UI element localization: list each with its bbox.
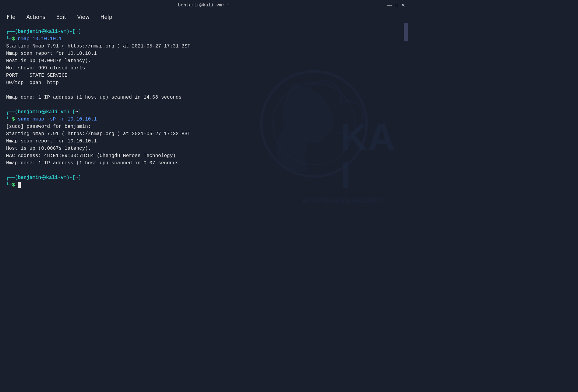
scrollbar[interactable] bbox=[404, 23, 408, 392]
output-12: MAC Address: 48:E1:E9:33:78:84 (Chengdu … bbox=[6, 152, 402, 159]
command-line-1: └─$ nmap 10.10.10.1 bbox=[6, 35, 402, 43]
scrollbar-thumb[interactable] bbox=[404, 23, 408, 41]
output-4: Not shown: 999 closed ports bbox=[6, 65, 402, 72]
blank-1 bbox=[6, 86, 402, 94]
output-13: Nmap done: 1 IP address (1 host up) scan… bbox=[6, 159, 402, 167]
menu-help[interactable]: Help bbox=[99, 13, 114, 21]
menu-view[interactable]: View bbox=[75, 13, 91, 21]
close-button[interactable]: ✕ bbox=[401, 3, 405, 8]
menu-file[interactable]: File bbox=[5, 13, 17, 21]
minimize-button[interactable]: — bbox=[387, 3, 392, 8]
window-controls: — □ ✕ bbox=[387, 3, 405, 8]
menu-bar: File Actions Edit View Help bbox=[0, 11, 408, 23]
prompt-line-3: ┌──(benjamin㉿kali-vm)-[~] bbox=[6, 174, 402, 181]
output-9: Starting Nmap 7.91 ( https://nmap.org ) … bbox=[6, 130, 402, 138]
terminal-content[interactable]: KAL I BY OFFENSIVE SECURITY ┌──(benjamin… bbox=[0, 23, 408, 392]
title-bar: benjamin@kali-vm: ~ — □ ✕ bbox=[0, 0, 408, 11]
command-line-2: └─$ sudo nmap -sP -n 10.10.10.1 bbox=[6, 116, 402, 123]
active-prompt[interactable]: └─$ bbox=[6, 181, 402, 189]
prompt-line-2: ┌──(benjamin㉿kali-vm)-[~] bbox=[6, 108, 402, 116]
output-1: Starting Nmap 7.91 ( https://nmap.org ) … bbox=[6, 43, 402, 50]
output-5: PORT STATE SERVICE bbox=[6, 72, 402, 79]
svg-text:BY OFFENSIVE SECURITY: BY OFFENSIVE SECURITY bbox=[302, 197, 384, 204]
blank-3 bbox=[6, 167, 402, 174]
menu-actions[interactable]: Actions bbox=[24, 13, 47, 21]
menu-edit[interactable]: Edit bbox=[55, 13, 68, 21]
maximize-button[interactable]: □ bbox=[395, 3, 398, 8]
output-8: [sudo] password for benjamin: bbox=[6, 123, 402, 130]
window-title: benjamin@kali-vm: ~ bbox=[178, 3, 230, 8]
terminal-window: benjamin@kali-vm: ~ — □ ✕ File Actions E… bbox=[0, 0, 408, 392]
output-11: Host is up (0.0067s latency). bbox=[6, 145, 402, 152]
prompt-line-1: ┌──(benjamin㉿kali-vm)-[~] bbox=[6, 28, 402, 35]
output-2: Nmap scan report for 10.10.10.1 bbox=[6, 50, 402, 57]
output-10: Nmap scan report for 10.10.10.1 bbox=[6, 138, 402, 145]
output-6: 80/tcp open http bbox=[6, 79, 402, 86]
blank-2 bbox=[6, 101, 402, 108]
cursor bbox=[18, 182, 21, 188]
output-3: Host is up (0.0087s latency). bbox=[6, 57, 402, 65]
output-7: Nmap done: 1 IP address (1 host up) scan… bbox=[6, 94, 402, 101]
